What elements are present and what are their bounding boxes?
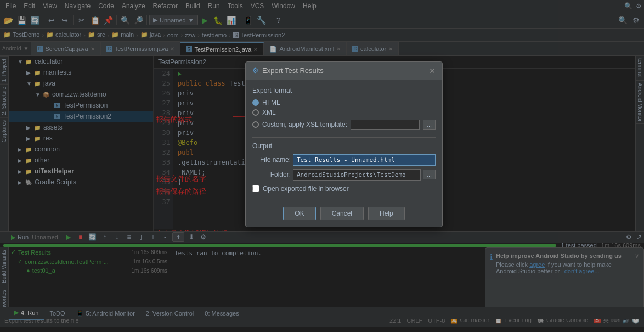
- dialog-filename-input[interactable]: [293, 154, 436, 166]
- dialog-overlay: ⚙ Export Test Results ✕ Export format HT…: [0, 0, 644, 332]
- open-browser-checkbox[interactable]: [252, 185, 259, 192]
- dialog-help-btn[interactable]: Help: [368, 207, 405, 220]
- dialog-ok-btn[interactable]: OK: [283, 207, 315, 220]
- dialog-separator: [252, 137, 436, 138]
- dialog-folder-row: Folder: ...: [252, 169, 436, 181]
- radio-xml[interactable]: XML: [252, 109, 436, 116]
- custom-xsl-browse-btn[interactable]: ...: [423, 120, 436, 130]
- dialog-title-label: Export Test Results: [262, 66, 324, 75]
- dialog-radio-group: HTML XML Custom, apply XSL template: ...: [252, 99, 436, 131]
- dialog-title-bar: ⚙ Export Test Results ✕: [246, 62, 442, 80]
- dialog-folder-label: Folder:: [252, 171, 291, 178]
- dialog-title-icon: ⚙: [252, 66, 259, 75]
- dialog-output-section: Output File name: Folder: ...: [252, 142, 436, 181]
- radio-xml-label: XML: [262, 109, 276, 116]
- dialog-folder-browse-btn[interactable]: ...: [423, 170, 436, 179]
- dialog-format-label: Export format: [252, 87, 436, 94]
- dialog-footer: OK Cancel Help: [246, 202, 442, 227]
- dialog-custom-row: Custom, apply XSL template: ...: [252, 119, 436, 131]
- dialog-body: Export format HTML XML Custom, apply XSL…: [246, 80, 442, 202]
- open-browser-label: Open exported file in browser: [263, 185, 349, 193]
- custom-xsl-input[interactable]: [351, 120, 420, 130]
- radio-html-label: HTML: [262, 99, 280, 106]
- dialog-filename-row: File name:: [252, 154, 436, 166]
- radio-custom-label: Custom, apply XSL template:: [262, 121, 347, 128]
- dialog-checkbox-row: Open exported file in browser: [252, 185, 436, 193]
- radio-xml-circle: [252, 109, 259, 116]
- dialog-output-label: Output: [252, 142, 436, 150]
- dialog-folder-input[interactable]: [293, 169, 421, 181]
- dialog-filename-label: File name:: [252, 156, 291, 164]
- dialog-title-text: ⚙ Export Test Results: [252, 66, 324, 75]
- dialog-close-btn[interactable]: ✕: [429, 66, 436, 75]
- radio-html[interactable]: HTML: [252, 99, 436, 106]
- radio-custom[interactable]: Custom, apply XSL template:: [252, 121, 347, 128]
- radio-custom-circle: [252, 121, 259, 128]
- radio-html-circle: [252, 99, 259, 106]
- dialog-cancel-btn[interactable]: Cancel: [320, 207, 364, 220]
- export-dialog: ⚙ Export Test Results ✕ Export format HT…: [245, 61, 443, 227]
